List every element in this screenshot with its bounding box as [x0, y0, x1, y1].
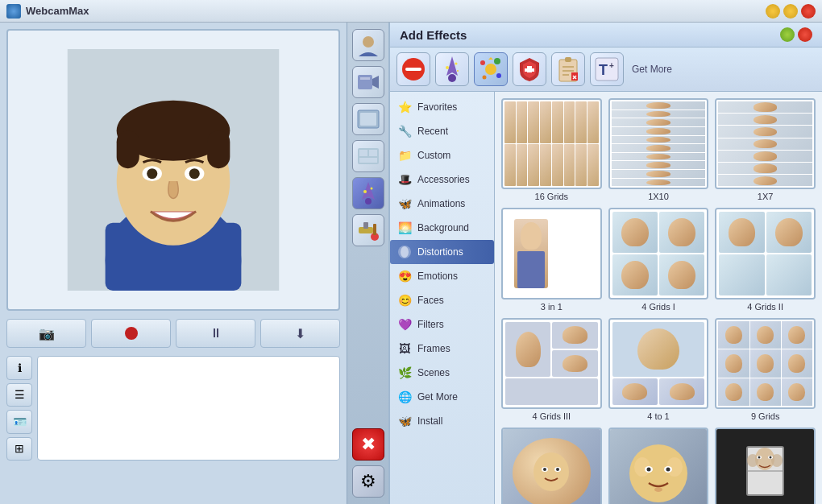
svg-rect-43	[525, 68, 534, 72]
svg-point-41	[483, 76, 487, 80]
category-animations[interactable]: 🦋 Animations	[390, 192, 494, 216]
effects-body: ⭐ Favorites 🔧 Recent 📁 Custom 🎩 Accessor…	[390, 92, 822, 504]
right-toolbar: ✖ ⚙	[347, 23, 388, 504]
id-button[interactable]: 🪪	[6, 410, 32, 434]
video-button[interactable]	[352, 66, 384, 98]
pause-button[interactable]: ⏸	[176, 319, 255, 348]
effect-4grids1-thumb[interactable]	[608, 208, 709, 299]
category-emotions[interactable]: 😍 Emotions	[390, 264, 494, 288]
svg-text:+: +	[609, 61, 614, 70]
gear-icon: ⚙	[360, 471, 376, 492]
wizard-button[interactable]	[352, 177, 384, 209]
category-faces[interactable]: 😊 Faces	[390, 288, 494, 312]
clipboard-effect-button[interactable]	[551, 52, 585, 86]
4grids3-display	[503, 320, 600, 407]
info-button[interactable]: ℹ	[6, 356, 32, 380]
scenes-icon: 🌿	[396, 365, 413, 381]
effect-1x7-thumb[interactable]	[715, 98, 816, 189]
effect-4grids3[interactable]: 4 Grids III	[501, 318, 602, 421]
frame-button[interactable]	[352, 103, 384, 135]
category-install[interactable]: 🦋 Install	[390, 409, 494, 433]
effect-4to1[interactable]: 4 to 1	[608, 318, 709, 421]
category-favorites[interactable]: ⭐ Favorites	[390, 95, 494, 119]
app-logo	[6, 4, 21, 19]
effects-maximize-button[interactable]	[780, 27, 795, 42]
svg-point-68	[646, 467, 650, 471]
maximize-button[interactable]	[783, 4, 798, 19]
svg-marker-14	[372, 76, 379, 89]
categories-list: ⭐ Favorites 🔧 Recent 📁 Custom 🎩 Accessor…	[390, 92, 495, 504]
side-icons: ℹ ☰ 🪪 ⊞	[6, 356, 32, 461]
svg-rect-46	[565, 57, 571, 62]
remove-effect-button[interactable]	[396, 52, 430, 86]
stop-button[interactable]: ✖	[352, 428, 384, 461]
effect-16grids[interactable]: 16 Grids	[501, 98, 602, 201]
effect-4grids2-thumb[interactable]	[715, 208, 816, 299]
sparkle-icon	[478, 56, 504, 82]
layout-icon: ⊞	[15, 442, 24, 455]
effect-1x7[interactable]: 1X7	[715, 98, 816, 201]
effects-close-button[interactable]	[798, 27, 812, 42]
category-distortions[interactable]: Distortions	[390, 240, 494, 264]
effect-1x10[interactable]: 1X10	[608, 98, 709, 201]
category-scenes[interactable]: 🌿 Scenes	[390, 361, 494, 385]
remove-icon	[401, 57, 426, 81]
category-filters[interactable]: 💜 Filters	[390, 312, 494, 337]
effect-16grids-label: 16 Grids	[535, 192, 569, 201]
effect-4grids3-thumb[interactable]	[501, 318, 602, 409]
svg-point-76	[771, 454, 783, 467]
category-frames[interactable]: 🖼 Frames	[390, 337, 494, 361]
shield-effect-button[interactable]	[513, 52, 546, 86]
left-panel: 📷 ⏸ ⬇ ℹ ☰ 🪪	[0, 23, 347, 504]
category-custom[interactable]: 📁 Custom	[390, 143, 494, 167]
list-button[interactable]: ☰	[6, 383, 32, 407]
avatar-button[interactable]	[352, 29, 384, 61]
category-backgrounds[interactable]: 🌅 Background	[390, 216, 494, 240]
get-more-icon: 🌐	[396, 389, 413, 405]
effect-ball1-thumb[interactable]	[501, 428, 602, 504]
category-animations-label: Animations	[417, 198, 465, 209]
effect-ball1[interactable]: Ball I	[501, 428, 602, 504]
record-button[interactable]	[91, 319, 171, 348]
paint-button[interactable]	[352, 214, 384, 246]
sparkle-effect-button[interactable]	[474, 52, 508, 86]
effect-9grids-thumb[interactable]	[715, 318, 816, 409]
close-button[interactable]	[801, 4, 816, 19]
picture-button[interactable]	[352, 140, 384, 172]
id-icon: 🪪	[13, 415, 27, 428]
effects-panel: Add Effects	[388, 23, 822, 504]
category-accessories[interactable]: 🎩 Accessories	[390, 167, 494, 192]
effect-9grids[interactable]: 9 Grids	[715, 318, 816, 421]
effect-ball2-thumb[interactable]	[608, 428, 709, 504]
minimize-button[interactable]	[766, 4, 780, 19]
effect-16grids-thumb[interactable]	[501, 98, 602, 189]
grid-16-display	[503, 100, 600, 188]
effect-1x7-label: 1X7	[758, 192, 774, 201]
category-recent[interactable]: 🔧 Recent	[390, 119, 494, 143]
effect-1x10-thumb[interactable]	[608, 98, 709, 189]
category-get-more[interactable]: 🌐 Get More	[390, 385, 494, 409]
svg-rect-21	[359, 158, 377, 163]
svg-point-11	[189, 168, 200, 179]
layout-button[interactable]: ⊞	[6, 437, 32, 461]
svg-text:T: T	[599, 62, 608, 78]
effect-3in1-thumb[interactable]	[501, 208, 602, 299]
camera-button[interactable]: 📷	[6, 319, 86, 348]
3in1-display	[503, 209, 600, 297]
category-faces-label: Faces	[417, 295, 444, 306]
effect-4grids1[interactable]: 4 Grids I	[608, 208, 709, 311]
4grids2-display	[716, 209, 814, 297]
effect-boxoct-thumb[interactable]	[715, 428, 816, 504]
effect-3in1-label: 3 in 1	[541, 302, 563, 312]
effect-boxoct[interactable]: Box - Octahedral	[715, 428, 816, 504]
list-icon: ☰	[15, 388, 25, 401]
install-icon: 🦋	[396, 413, 413, 429]
effect-4to1-thumb[interactable]	[608, 318, 709, 409]
download-button[interactable]: ⬇	[260, 319, 340, 348]
effect-ball2[interactable]: Ball II	[608, 428, 709, 504]
text-effect-button[interactable]: T +	[590, 52, 624, 86]
settings-button[interactable]: ⚙	[352, 465, 384, 498]
effect-3in1[interactable]: 3 in 1	[501, 208, 602, 311]
effect-4grids2[interactable]: 4 Grids II	[715, 208, 816, 311]
magic-effect-button[interactable]	[435, 52, 469, 86]
